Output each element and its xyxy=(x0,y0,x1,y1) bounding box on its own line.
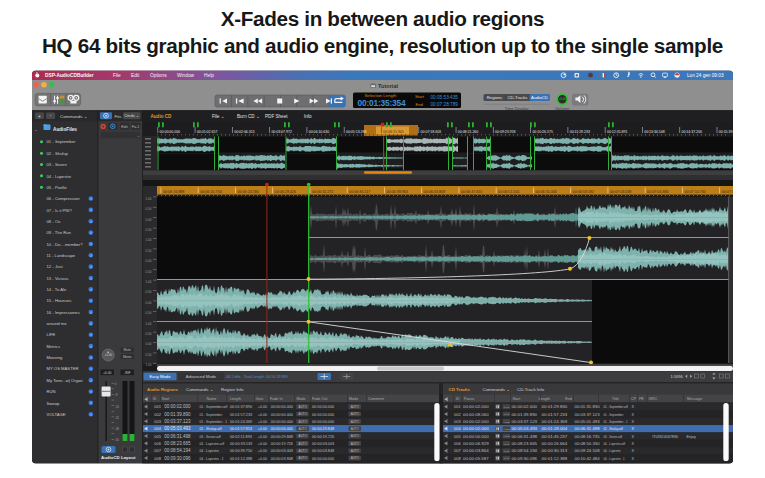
svg-text:Window: Window xyxy=(177,73,195,78)
svg-text:Edit: Edit xyxy=(131,73,140,78)
svg-text:Mooving: Mooving xyxy=(47,355,63,360)
svg-text:-INF: -INF xyxy=(124,371,131,375)
svg-text:AUTO: AUTO xyxy=(298,420,307,424)
svg-text:Fits: Fits xyxy=(115,114,122,119)
svg-text:Edit: Edit xyxy=(121,125,127,129)
svg-text:00:01:12.388: 00:01:12.388 xyxy=(230,457,252,461)
svg-text:Commands ⌄: Commands ⌄ xyxy=(60,114,87,119)
svg-text:00:06:39.963: 00:06:39.963 xyxy=(386,190,408,194)
svg-text:00:08:21.260: 00:08:21.260 xyxy=(458,130,478,134)
svg-text:CD-Track Info: CD-Track Info xyxy=(517,387,545,392)
svg-text:01 - September.aiff: 01 - September.aiff xyxy=(604,405,629,409)
svg-text:-60: -60 xyxy=(115,438,120,442)
svg-text:+0.00: +0.00 xyxy=(559,97,567,101)
svg-text:AUTO: AUTO xyxy=(298,412,307,416)
svg-text:00:01:12.388: 00:01:12.388 xyxy=(542,456,568,461)
svg-text:PDF Sheet: PDF Sheet xyxy=(265,114,288,119)
svg-text:00:06:31.498: 00:06:31.498 xyxy=(164,434,191,439)
svg-text:04 - Lupestre - 1: 04 - Lupestre - 1 xyxy=(200,457,224,461)
svg-text:00:00:03.864: 00:00:03.864 xyxy=(463,448,489,453)
svg-text:004: 004 xyxy=(154,426,161,431)
svg-text:Enjoy: Enjoy xyxy=(687,435,696,439)
svg-text:Fade Out: Fade Out xyxy=(312,397,327,401)
svg-text:00:08:16.735: 00:08:16.735 xyxy=(575,434,601,439)
svg-text:AUTO: AUTO xyxy=(351,412,360,416)
svg-text:00:01:57.233: 00:01:57.233 xyxy=(230,413,252,417)
svg-text:00:00:00.000: 00:00:00.000 xyxy=(271,420,293,424)
svg-text:X: X xyxy=(632,420,635,424)
svg-text:00:05:03.493: 00:05:03.493 xyxy=(511,426,537,431)
svg-text:0.50: 0.50 xyxy=(145,311,151,315)
svg-text:07 - Is it PNI?: 07 - Is it PNI? xyxy=(47,208,73,213)
svg-text:15 - Hounses: 15 - Hounses xyxy=(47,298,72,303)
svg-text:AUTO: AUTO xyxy=(351,449,360,453)
svg-text:00:08:54.194: 00:08:54.194 xyxy=(511,448,537,453)
svg-text:00:00:39.750: 00:00:39.750 xyxy=(230,449,252,453)
svg-text:00:01:37.890: 00:01:37.890 xyxy=(230,405,252,409)
svg-text:00:02:06.315: 00:02:06.315 xyxy=(234,130,254,134)
svg-text:Mono: Mono xyxy=(123,355,132,359)
svg-text:+0.00: +0.00 xyxy=(258,457,267,461)
svg-text:00:11:29.233: 00:11:29.233 xyxy=(570,130,590,134)
svg-text:AUTO: AUTO xyxy=(298,405,307,409)
svg-text:ID: ID xyxy=(456,397,460,401)
svg-text:00:01:57.233: 00:01:57.233 xyxy=(542,412,568,417)
svg-text:AUTO: AUTO xyxy=(298,434,307,438)
svg-text:44.1 kHz - Total Length: 00:16: 44.1 kHz - Total Length: 00:16:19.999 xyxy=(226,375,287,379)
svg-text:06 - Compression: 06 - Compression xyxy=(47,196,81,201)
svg-text:04 - Lupestre: 04 - Lupestre xyxy=(47,174,72,179)
svg-text:00:09:30.096: 00:09:30.096 xyxy=(164,456,191,461)
svg-text:00:01:57.853: 00:01:57.853 xyxy=(230,427,252,431)
svg-text:003: 003 xyxy=(154,419,161,424)
svg-text:1.00: 1.00 xyxy=(145,238,151,242)
svg-text:00:06:55.346: 00:06:55.346 xyxy=(535,190,557,194)
svg-text:Start: Start xyxy=(162,397,170,401)
svg-text:00:06:15.945: 00:06:15.945 xyxy=(383,130,403,134)
svg-text:Regions: Regions xyxy=(487,95,502,100)
svg-text:AUTO: AUTO xyxy=(351,405,360,409)
svg-text:Mode: Mode xyxy=(349,397,358,401)
svg-text:X: X xyxy=(632,435,635,439)
svg-text:01 - September.aiff: 01 - September.aiff xyxy=(200,405,228,409)
svg-text:0.00: 0.00 xyxy=(145,259,151,263)
svg-text:around me: around me xyxy=(47,321,68,326)
svg-text:04 - Lupestre - 1: 04 - Lupestre - 1 xyxy=(604,457,626,461)
svg-text:00:00:02.000: 00:00:02.000 xyxy=(511,404,537,409)
svg-text:-8: -8 xyxy=(115,393,118,397)
svg-text:16 - Impressiones: 16 - Impressiones xyxy=(47,310,80,315)
svg-text:X: X xyxy=(632,405,635,409)
svg-text:Start: Start xyxy=(512,397,520,401)
svg-text:00:09:24.508: 00:09:24.508 xyxy=(575,448,601,453)
svg-text:00:00:00.000: 00:00:00.000 xyxy=(271,427,293,431)
svg-text:00:00:19.726: 00:00:19.726 xyxy=(312,435,334,439)
svg-text:X: X xyxy=(632,457,635,461)
svg-text:00:00:26.664: 00:00:26.664 xyxy=(542,441,568,446)
svg-text:00:00:33.533: 00:00:33.533 xyxy=(230,442,252,446)
svg-text:007: 007 xyxy=(454,448,461,453)
svg-text:Help: Help xyxy=(204,73,214,78)
svg-text:Gain: Gain xyxy=(256,397,264,401)
svg-text:AudioCD Layout: AudioCD Layout xyxy=(101,455,136,460)
svg-text:0.50: 0.50 xyxy=(145,353,151,357)
svg-text:IT03324567890: IT03324567890 xyxy=(652,435,678,439)
svg-text:00:06:28.426: 00:06:28.426 xyxy=(275,190,297,194)
svg-text:00:03:37.123: 00:03:37.123 xyxy=(164,419,191,424)
svg-text:-32: -32 xyxy=(115,416,120,420)
svg-text:00:01:39.890: 00:01:39.890 xyxy=(511,412,537,417)
svg-text:00:00:03.848: 00:00:03.848 xyxy=(271,457,293,461)
svg-text:00:06:36.117: 00:06:36.117 xyxy=(349,190,370,194)
svg-text:+0.00: +0.00 xyxy=(258,435,267,439)
svg-text:00:00:00.000: 00:00:00.000 xyxy=(271,405,293,409)
svg-text:0.50: 0.50 xyxy=(145,228,151,232)
svg-text:00:00:02.000: 00:00:02.000 xyxy=(463,404,489,409)
svg-text:0.50: 0.50 xyxy=(145,332,151,336)
svg-text:001: 001 xyxy=(154,404,161,409)
svg-text:01 - September - 1: 01 - September - 1 xyxy=(200,420,228,424)
svg-text:00:00:02.000: 00:00:02.000 xyxy=(164,404,191,409)
svg-text:008: 008 xyxy=(454,456,461,461)
svg-text:Region Info: Region Info xyxy=(221,387,244,392)
svg-text:007: 007 xyxy=(154,448,161,453)
svg-text:03 - Seven: 03 - Seven xyxy=(47,162,68,167)
svg-text:00:00:03.003: 00:00:03.003 xyxy=(312,442,334,446)
svg-text:AudioFiles: AudioFiles xyxy=(53,127,77,132)
